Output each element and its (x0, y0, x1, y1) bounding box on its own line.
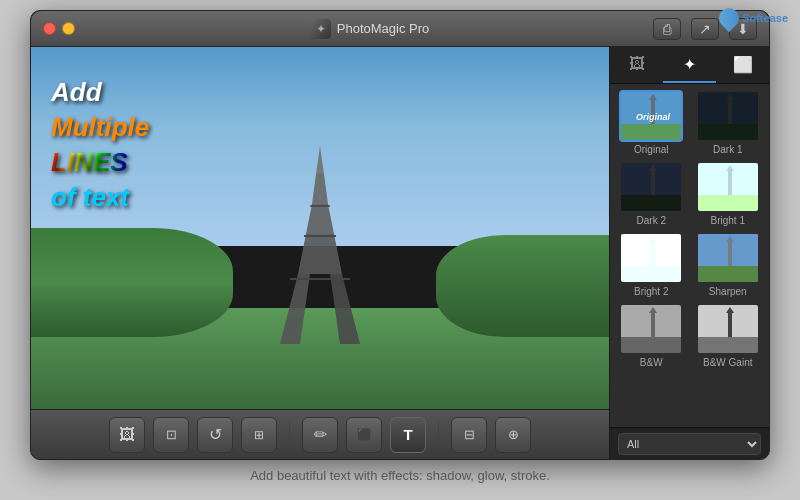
toolbar-divider-2 (438, 421, 439, 449)
filter-thumb-inner-bright2 (621, 234, 681, 282)
shapes-tool-button[interactable]: ⬛ (346, 417, 382, 453)
filter-label-original: Original (634, 144, 668, 155)
text-line-lines: LINES (51, 147, 149, 178)
filter-thumb-bright2 (619, 232, 683, 284)
svg-rect-10 (621, 124, 683, 142)
eiffel-tower (280, 144, 360, 344)
svg-rect-20 (698, 195, 760, 213)
softease-logo: Softease (719, 8, 788, 28)
svg-rect-26 (698, 266, 760, 284)
svg-marker-1 (330, 274, 360, 344)
svg-rect-29 (621, 337, 683, 355)
app-window: ✦ PhotoMagic Pro ⎙ ↗ ⬇ (30, 10, 770, 460)
filter-thumb-inner-bright1 (698, 163, 758, 211)
filter-row-4: B&W (616, 303, 763, 368)
canvas-view[interactable]: Add Multiple LINES of text (31, 47, 609, 409)
text-line-add: Add (51, 77, 149, 108)
tab-effects[interactable]: ✦ (663, 47, 716, 83)
filter-bw[interactable]: B&W (616, 303, 687, 368)
canvas-area: Add Multiple LINES of text 🖼 ⊡ ↺ ⊞ ✏ ⬛ T (31, 47, 609, 459)
tab-photo[interactable]: 🖼 (610, 47, 663, 83)
app-title: PhotoMagic Pro (337, 21, 430, 36)
svg-marker-2 (298, 234, 342, 274)
filter-category-select[interactable]: All Dark Bright B&W Special (618, 433, 761, 455)
filter-label-dark2: Dark 2 (637, 215, 666, 226)
share-button[interactable]: ↗ (691, 18, 719, 40)
status-text: Add beautiful text with effects: shadow,… (250, 468, 550, 483)
filter-thumb-dark2 (619, 161, 683, 213)
print-button[interactable]: ⎙ (653, 18, 681, 40)
text-line-multiple: Multiple (51, 112, 149, 143)
filters-grid: Original Original (610, 84, 769, 427)
pen-tool-button[interactable]: ✏ (302, 417, 338, 453)
undo-tool-button[interactable]: ↺ (197, 417, 233, 453)
filter-label-dark1: Dark 1 (713, 144, 742, 155)
svg-rect-17 (621, 195, 683, 213)
svg-marker-4 (312, 174, 328, 204)
svg-marker-3 (306, 204, 334, 234)
filter-sharpen[interactable]: Sharpen (693, 232, 764, 297)
toolbar: 🖼 ⊡ ↺ ⊞ ✏ ⬛ T ⊟ ⊕ (31, 409, 609, 459)
filter-thumb-bwgaint (696, 303, 760, 355)
text-line-oftext: of text (51, 182, 149, 213)
window-controls (43, 22, 75, 35)
filter-thumb-bright1 (696, 161, 760, 213)
svg-marker-5 (316, 146, 324, 174)
filter-row-2: Dark 2 (616, 161, 763, 226)
adjust-tool-button[interactable]: ⊞ (241, 417, 277, 453)
crop-tool-button[interactable]: ⊡ (153, 417, 189, 453)
text-tool-button[interactable]: T (390, 417, 426, 453)
filter-thumb-sharpen (696, 232, 760, 284)
filter-row-1: Original Original (616, 90, 763, 155)
filter-thumb-dark1 (696, 90, 760, 142)
filter-bright1[interactable]: Bright 1 (693, 161, 764, 226)
filter-dark2[interactable]: Dark 2 (616, 161, 687, 226)
close-button[interactable] (43, 22, 56, 35)
trees-left (31, 228, 233, 337)
filter-thumb-inner-original: Original (621, 92, 681, 140)
filter-thumb-inner-bwgaint (698, 305, 758, 353)
panel-footer: All Dark Bright B&W Special (610, 427, 769, 459)
title-bar-center: ✦ PhotoMagic Pro (87, 19, 653, 39)
svg-rect-23 (621, 266, 683, 284)
filter-original[interactable]: Original Original (616, 90, 687, 155)
photo-tool-button[interactable]: 🖼 (109, 417, 145, 453)
filter-thumb-inner-bw (621, 305, 681, 353)
status-bar: Add beautiful text with effects: shadow,… (250, 460, 550, 490)
export-tool-button[interactable]: ⊕ (495, 417, 531, 453)
filter-thumb-inner-sharpen (698, 234, 758, 282)
filter-row-3: Bright 2 (616, 232, 763, 297)
svg-marker-0 (280, 274, 310, 344)
filter-thumb-original: Original (619, 90, 683, 142)
tab-frames[interactable]: ⬜ (716, 47, 769, 83)
trees-right (436, 235, 609, 336)
filter-label-bwgaint: B&W Gaint (703, 357, 752, 368)
filter-bwgaint[interactable]: B&W Gaint (693, 303, 764, 368)
filter-label-bw: B&W (640, 357, 663, 368)
filter-bright2[interactable]: Bright 2 (616, 232, 687, 297)
svg-rect-32 (698, 337, 760, 355)
filter-thumb-inner-dark1 (698, 92, 758, 140)
main-content: Add Multiple LINES of text 🖼 ⊡ ↺ ⊞ ✏ ⬛ T (31, 47, 769, 459)
filter-label-bright1: Bright 1 (711, 215, 745, 226)
svg-rect-14 (698, 124, 760, 142)
panel-tabs: 🖼 ✦ ⬜ (610, 47, 769, 84)
minimize-button[interactable] (62, 22, 75, 35)
filter-thumb-inner-dark2 (621, 163, 681, 211)
text-overlay: Add Multiple LINES of text (51, 77, 149, 213)
title-bar: ✦ PhotoMagic Pro ⎙ ↗ ⬇ (31, 11, 769, 47)
right-panel: 🖼 ✦ ⬜ (609, 47, 769, 459)
filter-label-sharpen: Sharpen (709, 286, 747, 297)
filter-thumb-bw (619, 303, 683, 355)
app-icon: ✦ (311, 19, 331, 39)
pages-tool-button[interactable]: ⊟ (451, 417, 487, 453)
svg-text:Original: Original (636, 112, 671, 122)
filter-dark1[interactable]: Dark 1 (693, 90, 764, 155)
toolbar-divider-1 (289, 421, 290, 449)
filter-label-bright2: Bright 2 (634, 286, 668, 297)
